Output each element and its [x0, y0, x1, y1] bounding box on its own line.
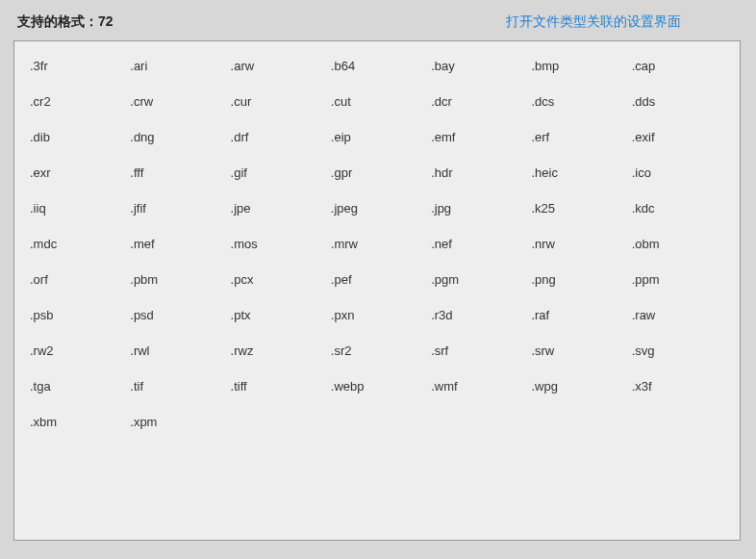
- format-item: .b64: [331, 59, 423, 73]
- format-item: .dds: [632, 94, 724, 109]
- format-item: .pgm: [431, 272, 523, 287]
- format-item: .bay: [431, 59, 523, 73]
- format-item: .heic: [531, 165, 623, 180]
- format-item: .nrw: [531, 237, 623, 251]
- format-item: .cr2: [30, 94, 122, 109]
- header: 支持的格式：72 打开文件类型关联的设置界面: [13, 13, 743, 31]
- format-item: .3fr: [30, 59, 122, 73]
- format-item: .drf: [231, 130, 323, 144]
- format-item: .mos: [231, 237, 323, 251]
- format-item: .webp: [331, 379, 423, 394]
- format-item: .eip: [331, 130, 423, 144]
- format-count: 72: [98, 13, 113, 29]
- format-item: .srw: [531, 343, 623, 358]
- format-item: .mrw: [331, 237, 423, 251]
- format-item: .jfif: [130, 201, 222, 216]
- format-item: .x3f: [632, 379, 724, 394]
- format-item: .xpm: [130, 415, 222, 429]
- format-item: .sr2: [331, 343, 423, 358]
- format-item: .ari: [130, 59, 222, 73]
- format-item: .raf: [531, 308, 623, 322]
- format-item: .rw2: [30, 343, 122, 358]
- format-item: .dcs: [531, 94, 623, 109]
- format-item: .k25: [531, 201, 623, 216]
- format-item: .tga: [30, 379, 122, 394]
- format-item: .cap: [632, 59, 724, 73]
- format-item: .orf: [30, 272, 122, 287]
- format-item: .tif: [130, 379, 222, 394]
- format-item: .tiff: [231, 379, 323, 394]
- format-item: .jpe: [231, 201, 323, 216]
- format-item: .r3d: [431, 308, 523, 322]
- format-item: .jpg: [431, 201, 523, 216]
- open-file-association-settings-link[interactable]: 打开文件类型关联的设置界面: [506, 13, 681, 31]
- format-item: .dcr: [431, 94, 523, 109]
- format-item: .gif: [231, 165, 323, 180]
- format-item: .exif: [632, 130, 724, 144]
- format-item: .cut: [331, 94, 423, 109]
- format-item: .dib: [30, 130, 122, 144]
- formats-grid: .3fr.ari.arw.b64.bay.bmp.cap.cr2.crw.cur…: [30, 59, 724, 429]
- format-item: .ptx: [231, 308, 323, 322]
- supported-formats-label: 支持的格式：72: [17, 13, 113, 31]
- format-item: .xbm: [30, 415, 122, 429]
- format-item: .jpeg: [331, 201, 423, 216]
- formats-panel: .3fr.ari.arw.b64.bay.bmp.cap.cr2.crw.cur…: [13, 40, 741, 541]
- format-item: .mdc: [30, 237, 122, 251]
- format-item: .pef: [331, 272, 423, 287]
- format-item: .dng: [130, 130, 222, 144]
- format-item: .psd: [130, 308, 222, 322]
- format-item: .ppm: [632, 272, 724, 287]
- format-item: .emf: [431, 130, 523, 144]
- format-item: .gpr: [331, 165, 423, 180]
- format-item: .crw: [130, 94, 222, 109]
- format-item: .cur: [231, 94, 323, 109]
- format-item: .srf: [431, 343, 523, 358]
- format-item: .arw: [231, 59, 323, 73]
- format-item: .raw: [632, 308, 724, 322]
- format-item: .wmf: [431, 379, 523, 394]
- format-item: .png: [531, 272, 623, 287]
- label-prefix: 支持的格式：: [17, 13, 98, 29]
- format-item: .bmp: [531, 59, 623, 73]
- format-item: .rwz: [231, 343, 323, 358]
- format-item: .hdr: [431, 165, 523, 180]
- format-item: .ico: [632, 165, 724, 180]
- format-item: .fff: [130, 165, 222, 180]
- format-item: .kdc: [632, 201, 724, 216]
- format-item: .svg: [632, 343, 724, 358]
- format-item: .nef: [431, 237, 523, 251]
- format-item: .exr: [30, 165, 122, 180]
- format-item: .erf: [531, 130, 623, 144]
- format-item: .wpg: [531, 379, 623, 394]
- format-item: .obm: [632, 237, 724, 251]
- format-item: .pxn: [331, 308, 423, 322]
- format-item: .rwl: [130, 343, 222, 358]
- format-item: .pcx: [231, 272, 323, 287]
- format-item: .mef: [130, 237, 222, 251]
- format-item: .pbm: [130, 272, 222, 287]
- format-item: .iiq: [30, 201, 122, 216]
- format-item: .psb: [30, 308, 122, 322]
